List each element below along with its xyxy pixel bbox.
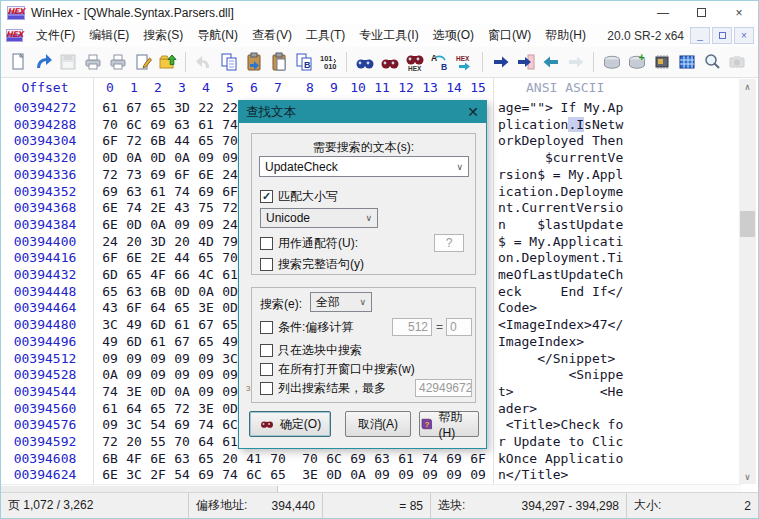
- magnifier-icon[interactable]: [699, 50, 724, 75]
- ascii-text[interactable]: <Snippe: [498, 367, 623, 382]
- match-case-checkbox[interactable]: 匹配大小写: [260, 188, 338, 205]
- hex-byte[interactable]: 61: [147, 184, 169, 199]
- disk-image-icon[interactable]: +: [624, 50, 649, 75]
- checkbox-box[interactable]: [260, 237, 273, 250]
- hex-byte[interactable]: 6F: [123, 300, 145, 315]
- hex-byte[interactable]: 6D: [123, 334, 145, 349]
- close-button[interactable]: ×: [720, 1, 758, 24]
- new-file-icon[interactable]: [5, 50, 30, 75]
- hex-byte[interactable]: 69: [443, 451, 465, 466]
- hex-byte[interactable]: 69: [99, 184, 121, 199]
- hex-byte[interactable]: 65: [195, 451, 217, 466]
- hex-byte[interactable]: 6F: [99, 250, 121, 265]
- hex-byte[interactable]: 09: [419, 467, 441, 482]
- scrollbar-thumb[interactable]: [740, 211, 755, 237]
- hex-byte[interactable]: 09: [123, 367, 145, 382]
- ascii-text[interactable]: ication.Deployme: [498, 184, 623, 199]
- hex-byte[interactable]: 65: [147, 401, 169, 416]
- hex-byte[interactable]: 3C: [123, 467, 145, 482]
- menu-item[interactable]: 文件(F): [29, 24, 82, 47]
- hex-byte[interactable]: 0D: [123, 217, 145, 232]
- cancel-button[interactable]: 取消(A): [345, 411, 411, 437]
- hex-byte[interactable]: 09: [195, 150, 217, 165]
- hex-byte[interactable]: 67: [195, 317, 217, 332]
- ascii-text[interactable]: $currentVe: [498, 150, 623, 165]
- ascii-text[interactable]: n $lastUpdate: [498, 217, 623, 232]
- hex-byte[interactable]: 09: [371, 467, 393, 482]
- wildcard-checkbox[interactable]: 用作通配符(U):: [260, 235, 358, 252]
- scope-combobox[interactable]: 全部∨: [310, 292, 372, 312]
- hex-byte[interactable]: 0A: [171, 150, 193, 165]
- hex-byte[interactable]: 6D: [99, 267, 121, 282]
- hex-byte[interactable]: 67: [171, 334, 193, 349]
- menu-item[interactable]: 选项(O): [426, 24, 481, 47]
- find-text-icon[interactable]: [377, 50, 402, 75]
- hex-byte[interactable]: 65: [123, 267, 145, 282]
- condition-checkbox[interactable]: 条件:偏移计算: [260, 319, 353, 336]
- ascii-text[interactable]: Code>: [498, 300, 537, 315]
- ascii-text[interactable]: plication.IsNetw: [498, 117, 623, 132]
- triangle-icon[interactable]: [749, 50, 759, 75]
- data-interpreter-icon[interactable]: [674, 50, 699, 75]
- checkbox-box[interactable]: [260, 382, 273, 395]
- hex-byte[interactable]: 0D: [99, 150, 121, 165]
- hex-byte[interactable]: 70: [171, 434, 193, 449]
- hex-byte[interactable]: 6F: [467, 451, 489, 466]
- copy-icon[interactable]: [216, 50, 241, 75]
- hex-byte[interactable]: 74: [195, 417, 217, 432]
- hex-byte[interactable]: 74: [123, 200, 145, 215]
- hex-byte[interactable]: 6E: [147, 451, 169, 466]
- hex-byte[interactable]: 69: [147, 117, 169, 132]
- menu-item[interactable]: 工具(T): [299, 24, 352, 47]
- hex-byte[interactable]: 20: [123, 234, 145, 249]
- hex-byte[interactable]: 3D: [147, 234, 169, 249]
- open-file-icon[interactable]: [30, 50, 55, 75]
- hex-byte[interactable]: 4C: [195, 267, 217, 282]
- hex-byte[interactable]: 0D: [147, 384, 169, 399]
- hex-byte[interactable]: 66: [171, 267, 193, 282]
- ascii-text[interactable]: orkDeployed Then: [498, 133, 623, 148]
- hex-byte[interactable]: 3C: [99, 317, 121, 332]
- hex-byte[interactable]: 6B: [147, 284, 169, 299]
- hex-byte[interactable]: 4F: [147, 267, 169, 282]
- find-icon[interactable]: [352, 50, 377, 75]
- hex-byte[interactable]: 74: [219, 467, 241, 482]
- ram-editor-icon[interactable]: [649, 50, 674, 75]
- hex-byte[interactable]: 3E: [195, 401, 217, 416]
- hex-byte[interactable]: 09: [443, 467, 465, 482]
- chevron-down-icon[interactable]: ∨: [359, 297, 366, 307]
- hex-byte[interactable]: 0A: [147, 217, 169, 232]
- hex-byte[interactable]: 75: [195, 200, 217, 215]
- hex-byte[interactable]: 09: [99, 351, 121, 366]
- back-icon[interactable]: [538, 50, 563, 75]
- ascii-text[interactable]: ader>: [498, 401, 537, 416]
- hex-byte[interactable]: 63: [171, 451, 193, 466]
- ascii-text[interactable]: meOfLastUpdateCh: [498, 267, 623, 282]
- help-button[interactable]: ? 帮助(H): [419, 411, 479, 437]
- checkbox-box[interactable]: [260, 321, 273, 334]
- menu-item[interactable]: 导航(N): [190, 24, 245, 47]
- maximize-button[interactable]: [682, 1, 720, 24]
- ascii-text[interactable]: eck End If</: [498, 284, 623, 299]
- hex-byte[interactable]: 61: [147, 334, 169, 349]
- hex-byte[interactable]: 6F: [171, 167, 193, 182]
- hex-byte[interactable]: 69: [171, 417, 193, 432]
- hex-byte[interactable]: 6E: [99, 217, 121, 232]
- hex-byte[interactable]: 20: [171, 234, 193, 249]
- search-term-combobox[interactable]: UpdateCheck∨: [259, 156, 469, 177]
- ascii-text[interactable]: r Update to Clic: [498, 434, 623, 449]
- hex-byte[interactable]: 09: [99, 417, 121, 432]
- ascii-text[interactable]: ImageIndex>: [498, 334, 584, 349]
- hex-byte[interactable]: 4F: [123, 451, 145, 466]
- hex-byte[interactable]: 63: [123, 184, 145, 199]
- hex-byte[interactable]: 0A: [123, 150, 145, 165]
- hex-byte[interactable]: 3D: [171, 100, 193, 115]
- hex-byte[interactable]: 09: [195, 351, 217, 366]
- hex-byte[interactable]: 0A: [195, 284, 217, 299]
- hex-byte[interactable]: 67: [123, 100, 145, 115]
- ascii-text[interactable]: $ = My.Applicati: [498, 234, 623, 249]
- hex-byte[interactable]: 6B: [147, 133, 169, 148]
- hex-byte[interactable]: 73: [123, 167, 145, 182]
- ascii-text[interactable]: on.Deployment.Ti: [498, 250, 623, 265]
- mdi-close-button[interactable]: ×: [734, 27, 754, 44]
